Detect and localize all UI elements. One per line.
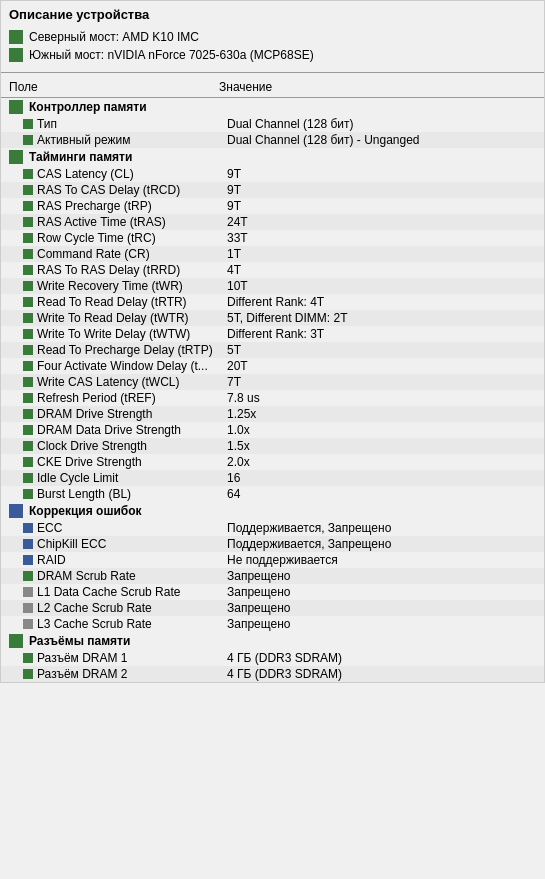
error-icon-6 xyxy=(23,619,33,629)
timing-row: Write Recovery Time (tWR) 10T xyxy=(1,278,544,294)
timing-icon-16 xyxy=(23,425,33,435)
memory-slots-group-label: Разъёмы памяти xyxy=(1,632,544,650)
timing-row: RAS To RAS Delay (tRRD) 4T xyxy=(1,262,544,278)
timing-icon-18 xyxy=(23,457,33,467)
type-icon xyxy=(23,119,33,129)
timing-icon-20 xyxy=(23,489,33,499)
slot-icon-0 xyxy=(23,653,33,663)
timing-row: Write To Read Delay (tWTR) 5T, Different… xyxy=(1,310,544,326)
timing-label-8: Read To Read Delay (tRTR) xyxy=(37,295,227,309)
timing-value-11: 5T xyxy=(227,343,536,357)
header-col2: Значение xyxy=(219,80,536,94)
error-label-6: L3 Cache Scrub Rate xyxy=(37,617,227,631)
south-bridge-row: Южный мост: nVIDIA nForce 7025-630a (MCP… xyxy=(9,46,536,64)
mode-value: Dual Channel (128 бит) - Unganged xyxy=(227,133,536,147)
timing-icon-14 xyxy=(23,393,33,403)
timing-value-17: 1.5x xyxy=(227,439,536,453)
timing-row: Refresh Period (tREF) 7.8 us xyxy=(1,390,544,406)
error-value-1: Поддерживается, Запрещено xyxy=(227,537,536,551)
timing-row: DRAM Data Drive Strength 1.0x xyxy=(1,422,544,438)
timing-value-9: 5T, Different DIMM: 2T xyxy=(227,311,536,325)
timing-label-11: Read To Precharge Delay (tRTP) xyxy=(37,343,227,357)
device-description-section: Описание устройства Северный мост: AMD K… xyxy=(1,1,544,68)
timing-row: CAS Latency (CL) 9T xyxy=(1,166,544,182)
timing-icon-9 xyxy=(23,313,33,323)
timing-value-5: 1T xyxy=(227,247,536,261)
error-value-2: Не поддерживается xyxy=(227,553,536,567)
timing-row: Clock Drive Strength 1.5x xyxy=(1,438,544,454)
timing-icon-13 xyxy=(23,377,33,387)
timing-row: Write To Write Delay (tWTW) Different Ra… xyxy=(1,326,544,342)
error-row: RAID Не поддерживается xyxy=(1,552,544,568)
memory-controller-group-text: Контроллер памяти xyxy=(29,100,147,114)
type-label: Тип xyxy=(37,117,227,131)
error-value-6: Запрещено xyxy=(227,617,536,631)
memory-timings-group-icon xyxy=(9,150,23,164)
table-header: Поле Значение xyxy=(1,77,544,98)
error-icon-2 xyxy=(23,555,33,565)
error-value-4: Запрещено xyxy=(227,585,536,599)
slot-value-0: 4 ГБ (DDR3 SDRAM) xyxy=(227,651,536,665)
memory-controller-group-label: Контроллер памяти xyxy=(1,98,544,116)
timing-label-20: Burst Length (BL) xyxy=(37,487,227,501)
error-correction-group-icon xyxy=(9,504,23,518)
timing-label-0: CAS Latency (CL) xyxy=(37,167,227,181)
timing-icon-1 xyxy=(23,185,33,195)
error-label-2: RAID xyxy=(37,553,227,567)
error-row: L1 Data Cache Scrub Rate Запрещено xyxy=(1,584,544,600)
timing-icon-2 xyxy=(23,201,33,211)
error-icon-4 xyxy=(23,587,33,597)
timing-icon-4 xyxy=(23,233,33,243)
north-bridge-value: AMD K10 IMC xyxy=(122,30,199,44)
main-window: Описание устройства Северный мост: AMD K… xyxy=(0,0,545,683)
timing-icon-3 xyxy=(23,217,33,227)
timing-label-14: Refresh Period (tREF) xyxy=(37,391,227,405)
header-col1: Поле xyxy=(9,80,219,94)
memory-slots-group-text: Разъёмы памяти xyxy=(29,634,130,648)
error-value-0: Поддерживается, Запрещено xyxy=(227,521,536,535)
error-label-4: L1 Data Cache Scrub Rate xyxy=(37,585,227,599)
timing-label-17: Clock Drive Strength xyxy=(37,439,227,453)
timing-icon-0 xyxy=(23,169,33,179)
slot-label-0: Разъём DRAM 1 xyxy=(37,651,227,665)
timing-value-14: 7.8 us xyxy=(227,391,536,405)
mode-label: Активный режим xyxy=(37,133,227,147)
slot-row: Разъём DRAM 1 4 ГБ (DDR3 SDRAM) xyxy=(1,650,544,666)
error-icon-1 xyxy=(23,539,33,549)
timing-label-10: Write To Write Delay (tWTW) xyxy=(37,327,227,341)
timing-value-6: 4T xyxy=(227,263,536,277)
error-icon-5 xyxy=(23,603,33,613)
timing-value-12: 20T xyxy=(227,359,536,373)
timing-row: Read To Read Delay (tRTR) Different Rank… xyxy=(1,294,544,310)
timing-label-7: Write Recovery Time (tWR) xyxy=(37,279,227,293)
timing-label-3: RAS Active Time (tRAS) xyxy=(37,215,227,229)
timing-icon-8 xyxy=(23,297,33,307)
slot-row: Разъём DRAM 2 4 ГБ (DDR3 SDRAM) xyxy=(1,666,544,682)
north-bridge-label: Северный мост: xyxy=(29,30,119,44)
south-bridge-icon xyxy=(9,48,23,62)
timing-label-2: RAS Precharge (tRP) xyxy=(37,199,227,213)
timing-icon-19 xyxy=(23,473,33,483)
timing-icon-7 xyxy=(23,281,33,291)
timing-row: Command Rate (CR) 1T xyxy=(1,246,544,262)
error-correction-group-label: Коррекция ошибок xyxy=(1,502,544,520)
timing-row: Burst Length (BL) 64 xyxy=(1,486,544,502)
timing-label-16: DRAM Data Drive Strength xyxy=(37,423,227,437)
timing-value-19: 16 xyxy=(227,471,536,485)
timing-label-4: Row Cycle Time (tRC) xyxy=(37,231,227,245)
memory-timings-group-label: Тайминги памяти xyxy=(1,148,544,166)
timing-icon-15 xyxy=(23,409,33,419)
timing-row: CKE Drive Strength 2.0x xyxy=(1,454,544,470)
mode-icon xyxy=(23,135,33,145)
timing-value-3: 24T xyxy=(227,215,536,229)
timing-label-6: RAS To RAS Delay (tRRD) xyxy=(37,263,227,277)
timing-value-16: 1.0x xyxy=(227,423,536,437)
timing-icon-10 xyxy=(23,329,33,339)
timing-row: Row Cycle Time (tRC) 33T xyxy=(1,230,544,246)
slot-value-1: 4 ГБ (DDR3 SDRAM) xyxy=(227,667,536,681)
timing-row: RAS Precharge (tRP) 9T xyxy=(1,198,544,214)
timing-value-10: Different Rank: 3T xyxy=(227,327,536,341)
timing-icon-12 xyxy=(23,361,33,371)
timing-row: RAS Active Time (tRAS) 24T xyxy=(1,214,544,230)
timing-value-4: 33T xyxy=(227,231,536,245)
